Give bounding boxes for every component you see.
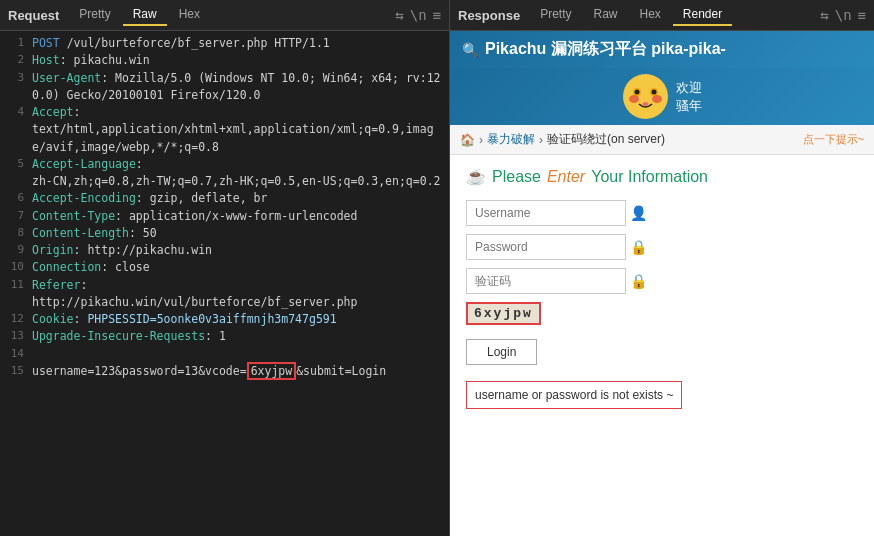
newline-icon[interactable]: \n xyxy=(410,7,427,23)
breadcrumb-current: 验证码绕过(on server) xyxy=(547,131,665,148)
resp-tab-icons: ⇆ \n ≡ xyxy=(820,7,866,23)
login-row: Login xyxy=(466,333,858,365)
request-title: Request xyxy=(8,8,67,23)
form-title-post: Your Information xyxy=(591,168,708,186)
line-11a: 11 Referer: xyxy=(0,277,449,294)
search-icon: 🔍 xyxy=(462,42,479,58)
render-panel: 🔍 Pikachu 漏洞练习平台 pika-pika- xyxy=(450,31,874,536)
captcha-row: 🔒 xyxy=(466,268,858,294)
req-tab-icons: ⇆ \n ≡ xyxy=(395,7,441,23)
resp-newline-icon[interactable]: \n xyxy=(835,7,852,23)
tab-render-resp[interactable]: Render xyxy=(673,4,732,26)
form-title-pre: Please xyxy=(492,168,541,186)
error-message: username or password is not exists ~ xyxy=(466,381,682,409)
line-10: 10 Connection: close xyxy=(0,259,449,276)
line-9: 9 Origin: http://pikachu.win xyxy=(0,242,449,259)
tab-pretty-resp[interactable]: Pretty xyxy=(530,4,581,26)
breadcrumb-sep1: › xyxy=(479,133,483,147)
line-3: 3 User-Agent: Mozilla/5.0 (Windows NT 10… xyxy=(0,70,449,105)
captcha-image: 6xyjpw xyxy=(466,302,541,325)
form-section: ☕ Please Enter Your Information 👤 🔒 🔒 xyxy=(450,155,874,536)
pikachu-avatar xyxy=(623,74,668,119)
request-header: Request Pretty Raw Hex ⇆ \n ≡ xyxy=(0,0,449,31)
line-14: 14 xyxy=(0,346,449,363)
tab-raw-req[interactable]: Raw xyxy=(123,4,167,26)
line-15: 15 username=123&password=13&vcode=6xyjpw… xyxy=(0,363,449,380)
line-11b: http://pikachu.win/vul/burteforce/bf_ser… xyxy=(0,294,449,311)
line-13: 13 Upgrade-Insecure-Requests: 1 xyxy=(0,328,449,345)
wrap-icon[interactable]: ⇆ xyxy=(395,7,403,23)
password-row: 🔒 xyxy=(466,234,858,260)
coffee-icon: ☕ xyxy=(466,167,486,186)
tab-pretty-req[interactable]: Pretty xyxy=(69,4,120,26)
breadcrumb-link[interactable]: 暴力破解 xyxy=(487,131,535,148)
left-panel: Request Pretty Raw Hex ⇆ \n ≡ 1 POST /vu… xyxy=(0,0,450,536)
form-title-enter: Enter xyxy=(547,168,585,186)
tab-raw-resp[interactable]: Raw xyxy=(583,4,627,26)
breadcrumb: 🏠 › 暴力破解 › 验证码绕过(on server) 点一下提示~ xyxy=(450,125,874,155)
site-title: Pikachu 漏洞练习平台 pika-pika- xyxy=(485,39,726,60)
resp-menu-icon[interactable]: ≡ xyxy=(858,7,866,23)
captcha-lock-icon: 🔒 xyxy=(630,273,647,289)
login-button[interactable]: Login xyxy=(466,339,537,365)
avatar xyxy=(623,74,668,119)
captcha-input[interactable] xyxy=(466,268,626,294)
line-8: 8 Content-Length: 50 xyxy=(0,225,449,242)
form-title: ☕ Please Enter Your Information xyxy=(466,167,858,186)
resp-wrap-icon[interactable]: ⇆ xyxy=(820,7,828,23)
response-title: Response xyxy=(458,8,528,23)
svg-point-6 xyxy=(652,95,662,103)
right-panel: Response Pretty Raw Hex Render ⇆ \n ≡ 🔍 … xyxy=(450,0,874,536)
username-input[interactable] xyxy=(466,200,626,226)
tab-hex-resp[interactable]: Hex xyxy=(630,4,671,26)
response-header: Response Pretty Raw Hex Render ⇆ \n ≡ xyxy=(450,0,874,31)
svg-point-4 xyxy=(651,90,656,95)
line-6: 6 Accept-Encoding: gzip, deflate, br xyxy=(0,190,449,207)
line-5b: zh-CN,zh;q=0.8,zh-TW;q=0.7,zh-HK;q=0.5,e… xyxy=(0,173,449,190)
line-5a: 5 Accept-Language: xyxy=(0,156,449,173)
line-4a: 4 Accept: xyxy=(0,104,449,121)
tab-hex-req[interactable]: Hex xyxy=(169,4,210,26)
sub-greeting-text: 骚年 xyxy=(676,97,702,115)
site-header: 🔍 Pikachu 漏洞练习平台 pika-pika- xyxy=(450,31,874,68)
avatar-text: 欢迎 骚年 xyxy=(676,79,702,115)
password-input[interactable] xyxy=(466,234,626,260)
breadcrumb-sep2: › xyxy=(539,133,543,147)
line-7: 7 Content-Type: application/x-www-form-u… xyxy=(0,208,449,225)
avatar-section: 欢迎 骚年 xyxy=(450,68,874,125)
greeting-text: 欢迎 xyxy=(676,79,702,97)
username-row: 👤 xyxy=(466,200,858,226)
svg-point-7 xyxy=(642,102,648,106)
svg-point-3 xyxy=(634,90,639,95)
breadcrumb-hint[interactable]: 点一下提示~ xyxy=(803,132,864,147)
line-12: 12 Cookie: PHPSESSID=5oonke0v3aiffmnjh3m… xyxy=(0,311,449,328)
svg-point-5 xyxy=(629,95,639,103)
home-icon[interactable]: 🏠 xyxy=(460,133,475,147)
line-4b: text/html,application/xhtml+xml,applicat… xyxy=(0,121,449,156)
main-container: Request Pretty Raw Hex ⇆ \n ≡ 1 POST /vu… xyxy=(0,0,874,536)
error-row: username or password is not exists ~ xyxy=(466,373,858,409)
line-1: 1 POST /vul/burteforce/bf_server.php HTT… xyxy=(0,35,449,52)
menu-icon[interactable]: ≡ xyxy=(433,7,441,23)
lock-icon: 🔒 xyxy=(630,239,647,255)
request-content: 1 POST /vul/burteforce/bf_server.php HTT… xyxy=(0,31,449,536)
user-icon: 👤 xyxy=(630,205,647,221)
line-2: 2 Host: pikachu.win xyxy=(0,52,449,69)
captcha-image-row: 6xyjpw xyxy=(466,302,858,325)
